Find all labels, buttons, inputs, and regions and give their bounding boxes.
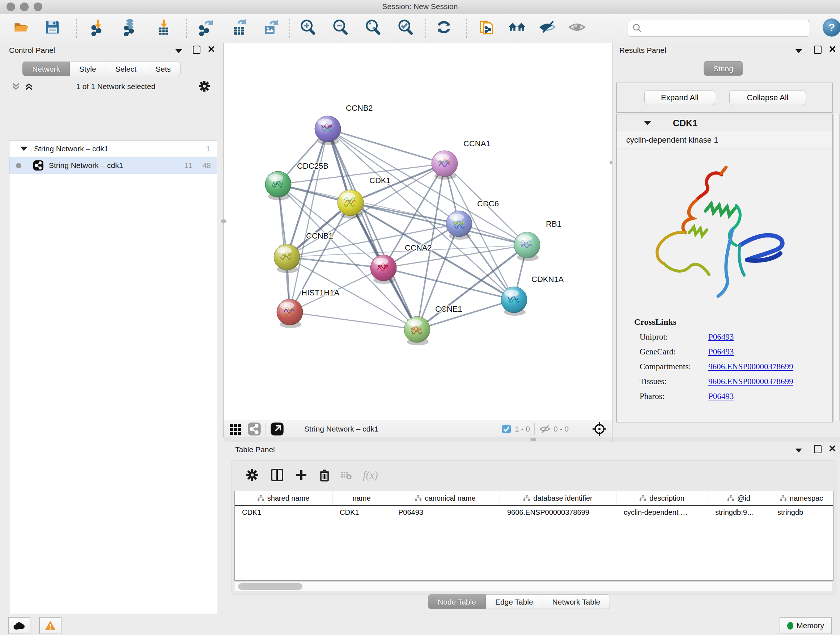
results-panel-close-icon[interactable]: ✕ <box>829 45 836 53</box>
export-network-icon[interactable] <box>197 16 216 38</box>
crosslink-link[interactable]: 9606.ENSP00000378699 <box>708 377 793 386</box>
show-columns-icon[interactable] <box>270 468 284 482</box>
table-row[interactable]: CDK1CDK1P064939606.ENSP00000378699cyclin… <box>235 506 833 519</box>
results-panel-float-icon[interactable] <box>814 46 821 55</box>
new-network-from-selection-icon[interactable] <box>477 16 496 38</box>
table-horizontal-scrollbar[interactable] <box>235 581 832 591</box>
crosslink-link[interactable]: P06493 <box>708 392 734 401</box>
edge-CCNB2-CCNA1[interactable] <box>328 129 445 164</box>
column-type-icon <box>639 495 646 501</box>
export-table-icon[interactable] <box>230 16 249 38</box>
expand-all-button[interactable]: Expand All <box>644 90 715 105</box>
show-all-icon[interactable] <box>567 16 587 38</box>
edge-CCNB1-CCNA2[interactable] <box>287 257 384 268</box>
search-input[interactable] <box>645 24 810 33</box>
crosshair-icon[interactable] <box>592 421 607 437</box>
results-scrollbar[interactable] <box>834 114 840 421</box>
hide-selected-icon[interactable] <box>538 16 557 38</box>
network-graph[interactable]: CCNB2CCNA1CDC25BCDK1CDC6RB1CCNB1CCNA2CDK… <box>224 43 612 420</box>
protein-card-collapse-icon[interactable] <box>644 121 651 125</box>
table-options-gear-icon[interactable] <box>246 469 259 481</box>
table-cell[interactable]: stringdb:9… <box>708 506 770 519</box>
left-splitter-handle[interactable] <box>221 219 226 223</box>
edge-CCNB2-CCNE1[interactable] <box>328 129 417 329</box>
edge-HIST1H1A-CCNE1[interactable] <box>290 312 417 329</box>
birdseye-grid-icon[interactable] <box>229 423 242 435</box>
collapse-all-button[interactable]: Collapse All <box>729 90 806 105</box>
create-column-plus-icon[interactable] <box>295 469 308 481</box>
collapse-all-tree-icon[interactable] <box>11 81 21 93</box>
zoom-fit-icon[interactable] <box>363 16 383 38</box>
column-header-database-identifier[interactable]: database identifier <box>500 491 616 505</box>
string-view-icon[interactable] <box>248 422 261 436</box>
horizontal-splitter-handle[interactable] <box>531 438 536 441</box>
network-collection-row[interactable]: String Network – cdk1 1 <box>9 141 217 157</box>
crosslink-link[interactable]: P06493 <box>708 333 734 342</box>
protein-card-header[interactable]: CDK1 <box>617 114 832 132</box>
table-cell[interactable]: cyclin-dependent … <box>616 506 708 519</box>
table-cell[interactable]: P06493 <box>391 506 500 519</box>
column-header-shared-name[interactable]: shared name <box>235 491 332 505</box>
tab-string[interactable]: String <box>704 61 743 76</box>
table-panel-close-icon[interactable]: ✕ <box>829 445 836 453</box>
control-panel-minimize-icon[interactable] <box>175 48 182 55</box>
collection-expand-icon[interactable] <box>20 147 27 151</box>
open-session-icon[interactable] <box>11 16 31 38</box>
delete-column-trash-icon[interactable] <box>318 469 331 481</box>
first-neighbors-icon[interactable] <box>507 16 527 38</box>
tab-select[interactable]: Select <box>106 62 146 76</box>
export-image-icon[interactable] <box>261 16 281 38</box>
column-header-description[interactable]: description <box>616 491 708 505</box>
crosslink-link[interactable]: 9606.ENSP00000378699 <box>708 362 793 371</box>
tab-style[interactable]: Style <box>70 62 106 76</box>
column-header-canonical-name[interactable]: canonical name <box>391 491 500 505</box>
table-cell[interactable]: CDK1 <box>332 506 391 519</box>
table-cell[interactable]: CDK1 <box>235 506 332 519</box>
node-RB1[interactable]: RB1 <box>514 219 561 261</box>
table-cell[interactable]: 9606.ENSP00000378699 <box>500 506 616 519</box>
open-in-window-icon[interactable] <box>270 422 284 436</box>
apply-layout-icon[interactable] <box>434 16 454 38</box>
crosslink-row: Compartments:9606.ENSP00000378699 <box>634 362 832 371</box>
network-canvas[interactable]: CCNB2CCNA1CDC25BCDK1CDC6RB1CCNB1CCNA2CDK… <box>224 43 612 420</box>
warning-status-button[interactable] <box>39 617 62 634</box>
node-CCNA1[interactable]: CCNA1 <box>431 139 491 180</box>
column-header-namespac[interactable]: namespac <box>770 491 833 505</box>
crosslink-link[interactable]: P06493 <box>708 347 734 356</box>
selected-checkbox-icon[interactable] <box>502 424 511 434</box>
tab-network[interactable]: Network <box>22 62 70 76</box>
table-cell[interactable]: stringdb <box>770 506 833 519</box>
help-icon[interactable]: ? <box>823 19 840 36</box>
zoom-selected-icon[interactable] <box>396 16 415 38</box>
results-panel-minimize-icon[interactable] <box>796 48 802 55</box>
node-HIST1H1A[interactable]: HIST1H1A <box>277 288 339 328</box>
column-header-name[interactable]: name <box>332 491 391 505</box>
tab-network-table[interactable]: Network Table <box>543 594 610 609</box>
tab-sets[interactable]: Sets <box>146 62 180 76</box>
column-header-@id[interactable]: @id <box>708 491 770 505</box>
edge-CDKN1A-CCNE1[interactable] <box>417 300 514 329</box>
save-session-icon[interactable] <box>43 16 62 38</box>
node-CDKN1A[interactable]: CDKN1A <box>501 275 564 316</box>
import-table-file-icon[interactable] <box>154 16 174 38</box>
table-scrollbar-thumb[interactable] <box>238 583 302 590</box>
zoom-out-icon[interactable] <box>331 16 350 38</box>
node-table[interactable]: shared namenamecanonical namedatabase id… <box>234 491 834 581</box>
cloud-status-button[interactable] <box>8 617 30 634</box>
table-panel-float-icon[interactable] <box>814 445 821 455</box>
network-row[interactable]: String Network – cdk1 11 48 <box>9 157 217 174</box>
zoom-in-icon[interactable] <box>298 16 317 38</box>
control-panel-close-icon[interactable]: ✕ <box>207 45 215 53</box>
edge-CCNB2-HIST1H1A[interactable] <box>290 129 328 312</box>
network-options-gear-icon[interactable] <box>198 80 210 94</box>
table-panel-minimize-icon[interactable] <box>796 448 802 454</box>
edge-CCNB2-RB1[interactable] <box>328 129 527 245</box>
tab-edge-table[interactable]: Edge Table <box>486 594 543 609</box>
search-box[interactable] <box>628 20 810 36</box>
memory-button[interactable]: Memory <box>780 617 832 634</box>
import-network-file-icon[interactable] <box>88 16 108 38</box>
expand-all-tree-icon[interactable] <box>24 81 34 93</box>
import-network-database-icon[interactable] <box>121 16 141 38</box>
tab-node-table[interactable]: Node Table <box>428 594 486 609</box>
control-panel-float-icon[interactable] <box>193 46 201 55</box>
